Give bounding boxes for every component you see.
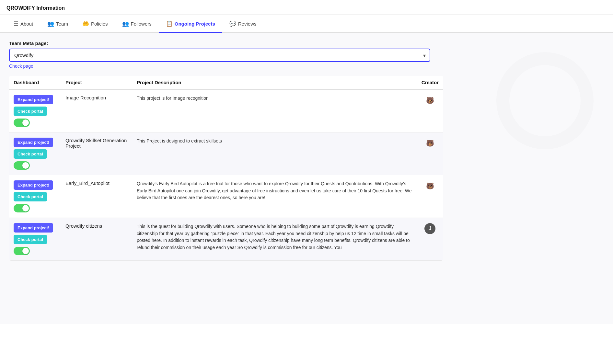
dashboard-cell-4: Expand project! Check portal	[9, 218, 61, 261]
about-icon: ☰	[14, 20, 18, 27]
tab-reviews[interactable]: 💬 Reviews	[222, 15, 264, 33]
tab-bar: ☰ About 👥 Team 🤲 Policies 👥 Followers 📋 …	[0, 15, 613, 33]
dashboard-cell-2: Expand project! Check portal	[9, 132, 61, 175]
tab-about[interactable]: ☰ About	[6, 15, 40, 33]
project-name-cell-1: Image Recognition	[61, 89, 132, 132]
project-name-1: Image Recognition	[65, 95, 106, 100]
check-portal-button-4[interactable]: Check portal	[14, 235, 47, 244]
creator-cell-3: 🐻	[417, 175, 443, 218]
main-content: Team Meta page: Qrowdify Option 2 Option…	[0, 33, 613, 324]
team-icon: 👥	[47, 20, 54, 27]
project-description-3: Qrowdify's Early Bird Autopilot is a fre…	[137, 181, 411, 200]
project-desc-cell-3: Qrowdify's Early Bird Autopilot is a fre…	[132, 175, 417, 218]
expand-project-button-4[interactable]: Expand project!	[14, 223, 53, 233]
table-row: Expand project! Check portal Qrowdify ci…	[9, 218, 443, 261]
project-desc-cell-4: This is the quest for building Qrowdify …	[132, 218, 417, 261]
expand-project-button-2[interactable]: Expand project!	[14, 138, 53, 147]
table-row: Expand project! Check portal Image Recog…	[9, 89, 443, 132]
toggle-wrapper-2	[14, 161, 56, 170]
check-page-link[interactable]: Check page	[9, 63, 33, 69]
project-name-3: Early_Bird_Autopilot	[65, 180, 110, 186]
team-select[interactable]: Qrowdify Option 2 Option 3	[9, 49, 430, 62]
toggle-thumb-4	[22, 248, 29, 254]
toggle-thumb-2	[22, 162, 29, 169]
page-title: QROWDIFY Information	[0, 0, 613, 15]
expand-project-button-3[interactable]: Expand project!	[14, 180, 53, 190]
table-row: Expand project! Check portal Qrowdify Sk…	[9, 132, 443, 175]
policies-icon: 🤲	[82, 20, 89, 27]
team-select-wrapper: Qrowdify Option 2 Option 3 ▾	[9, 49, 430, 62]
project-name-cell-2: Qrowdify Skillset Generation Project	[61, 132, 132, 175]
toggle-thumb-1	[22, 119, 29, 126]
project-toggle-1[interactable]	[14, 119, 30, 127]
expand-project-button-1[interactable]: Expand project!	[14, 95, 53, 104]
toggle-thumb-3	[22, 205, 29, 211]
creator-avatar-1: 🐻	[424, 95, 435, 106]
projects-table: Dashboard Project Project Description Cr…	[9, 76, 443, 261]
project-name-4: Qrowdify citizens	[65, 223, 102, 229]
followers-icon: 👥	[122, 20, 129, 27]
project-description-1: This project is for Image recognition	[137, 96, 209, 101]
tab-team[interactable]: 👥 Team	[40, 15, 75, 33]
table-row: Expand project! Check portal Early_Bird_…	[9, 175, 443, 218]
header-creator: Creator	[417, 76, 443, 89]
creator-avatar-3: 🐻	[424, 180, 435, 191]
check-portal-button-1[interactable]: Check portal	[14, 107, 47, 116]
project-toggle-4[interactable]	[14, 247, 30, 255]
project-name-cell-3: Early_Bird_Autopilot	[61, 175, 132, 218]
project-name-2: Qrowdify Skillset Generation Project	[65, 138, 127, 149]
reviews-icon: 💬	[229, 20, 236, 27]
creator-cell-2: 🐻	[417, 132, 443, 175]
dashboard-cell-1: Expand project! Check portal	[9, 89, 61, 132]
project-desc-cell-2: This Project is designed to extract skil…	[132, 132, 417, 175]
project-desc-cell-1: This project is for Image recognition	[132, 89, 417, 132]
creator-avatar-2: 🐻	[424, 138, 435, 149]
table-header-row: Dashboard Project Project Description Cr…	[9, 76, 443, 89]
header-description: Project Description	[132, 76, 417, 89]
project-name-cell-4: Qrowdify citizens	[61, 218, 132, 261]
project-description-2: This Project is designed to extract skil…	[137, 138, 222, 143]
creator-cell-1: 🐻	[417, 89, 443, 132]
tab-policies[interactable]: 🤲 Policies	[75, 15, 115, 33]
team-meta-section: Team Meta page: Qrowdify Option 2 Option…	[9, 40, 604, 69]
header-dashboard: Dashboard	[9, 76, 61, 89]
toggle-wrapper-1	[14, 119, 56, 127]
check-portal-button-3[interactable]: Check portal	[14, 192, 47, 201]
tab-followers[interactable]: 👥 Followers	[115, 15, 159, 33]
check-portal-button-2[interactable]: Check portal	[14, 149, 47, 159]
tab-ongoing-projects[interactable]: 📋 Ongoing Projects	[159, 15, 222, 33]
toggle-wrapper-4	[14, 247, 56, 255]
project-description-4: This is the quest for building Qrowdify …	[137, 224, 410, 250]
toggle-wrapper-3	[14, 204, 56, 212]
creator-avatar-4: J	[424, 223, 435, 234]
ongoing-icon: 📋	[166, 20, 173, 27]
team-meta-label: Team Meta page:	[9, 40, 604, 46]
dashboard-cell-3: Expand project! Check portal	[9, 175, 61, 218]
project-toggle-2[interactable]	[14, 161, 30, 170]
creator-cell-4: J	[417, 218, 443, 261]
project-toggle-3[interactable]	[14, 204, 30, 212]
header-project: Project	[61, 76, 132, 89]
